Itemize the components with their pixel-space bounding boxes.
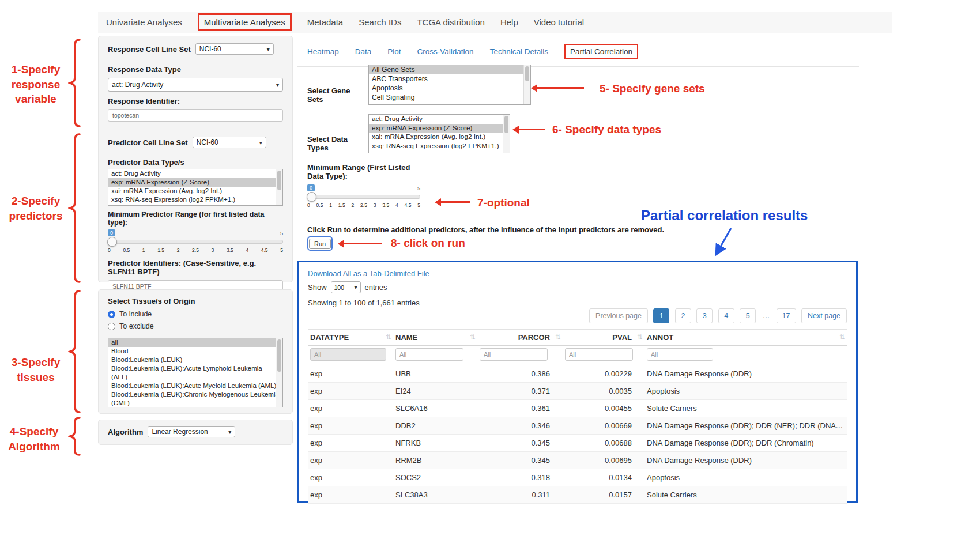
response-data-type-select[interactable]: act: Drug Activity ▾ — [108, 78, 283, 92]
tissue-listbox: all Blood Blood:Leukemia (LEUK) Blood:Le… — [108, 338, 283, 407]
previous-page-button[interactable]: Previous page — [589, 308, 648, 323]
slider-track[interactable] — [108, 240, 283, 244]
page-button-5[interactable]: 5 — [740, 308, 756, 323]
show-entries-select[interactable]: 100 ▾ — [331, 281, 361, 293]
scrollbar[interactable] — [503, 115, 510, 153]
response-cell-line-set-label: Response Cell Line Set — [108, 45, 191, 54]
predictor-cell-line-set-select[interactable]: NCI-60 ▾ — [193, 137, 266, 148]
nav-video-tutorial[interactable]: Video tutorial — [534, 17, 584, 27]
col-header-pval[interactable]: PVAL⇅ — [563, 330, 644, 346]
col-header-parcor[interactable]: PARCOR⇅ — [477, 330, 563, 346]
tab-data[interactable]: Data — [355, 47, 372, 56]
tissue-option[interactable]: Blood:Leukemia (LEUK):Acute Myeloid Leuk… — [108, 382, 282, 390]
predictor-data-type-option[interactable]: xai: mRNA Expression (Avg. log2 Int.) — [108, 187, 282, 195]
filter-annot-input[interactable] — [647, 348, 713, 361]
scrollbar-thumb[interactable] — [525, 66, 529, 81]
data-type-option[interactable]: act: Drug Activity — [369, 115, 510, 124]
scrollbar[interactable] — [276, 338, 282, 407]
sort-icon[interactable]: ⇅ — [386, 333, 391, 341]
run-instruction: Click Run to determine additional predic… — [307, 225, 664, 234]
algorithm-value: Linear Regression — [152, 428, 208, 436]
col-header-datatype[interactable]: DATATYPE⇅ — [308, 330, 393, 346]
tick-label: 2.5 — [360, 202, 367, 208]
tissue-option[interactable]: Blood:Leukemia (LEUK):Chronic Myelogenou… — [108, 390, 282, 407]
filter-datatype-input[interactable] — [310, 348, 386, 361]
nav-metadata[interactable]: Metadata — [307, 17, 344, 27]
tab-heatmap[interactable]: Heatmap — [307, 47, 339, 56]
scrollbar-thumb[interactable] — [504, 116, 508, 133]
sort-icon[interactable]: ⇅ — [470, 333, 476, 341]
slider-handle[interactable] — [107, 237, 117, 247]
slider-max-label: 5 — [280, 231, 283, 236]
table-row: expSLC6A16 0.3610.00455 Solute Carriers — [308, 400, 847, 417]
filter-parcor-input[interactable] — [480, 348, 548, 361]
tissue-option[interactable]: Blood:Leukemia (LEUK) — [108, 356, 282, 364]
page-button-4[interactable]: 4 — [718, 308, 734, 323]
filter-pval-input[interactable] — [565, 348, 633, 361]
tab-plot[interactable]: Plot — [387, 47, 401, 56]
slider-handle[interactable] — [307, 192, 316, 202]
sort-icon[interactable]: ⇅ — [637, 333, 643, 341]
slider-ticks: 0 0.5 1 1.5 2 2.5 3 3.5 4 4.5 5 — [108, 247, 283, 253]
tab-technical-details[interactable]: Technical Details — [490, 47, 548, 56]
nav-help[interactable]: Help — [500, 17, 518, 27]
slider-track[interactable] — [307, 195, 420, 199]
min-predictor-range-slider: 0 5 0 0.5 1 1.5 2 2.5 3 3.5 4 4.5 5 — [108, 229, 283, 253]
tissue-option-selected[interactable]: all — [108, 338, 282, 347]
predictor-data-type-option-selected[interactable]: exp: mRNA Expression (Z-Score) — [108, 178, 282, 187]
gene-set-option[interactable]: Apoptosis — [369, 84, 530, 93]
select-gene-sets-label: Select Gene Sets — [307, 86, 364, 105]
sidebar-response-predictor-panel: Response Cell Line Set NCI-60 ▾ Response… — [98, 36, 293, 282]
table-row: expEI24 0.3710.0035 Apoptosis — [308, 383, 847, 400]
tissue-option[interactable]: Blood — [108, 347, 282, 356]
data-type-option[interactable]: xsq: RNA-seq Expression (log2 FPKM+1.) — [369, 142, 510, 151]
run-button[interactable]: Run — [309, 239, 331, 249]
radio-to-exclude[interactable] — [108, 323, 115, 330]
page-button-2[interactable]: 2 — [675, 308, 691, 323]
predictor-data-type-option[interactable]: act: Drug Activity — [108, 169, 282, 178]
predictor-data-type-option[interactable]: xsq: RNA-seq Expression (log2 FPKM+1.) — [108, 195, 282, 204]
chevron-down-icon: ▾ — [355, 284, 357, 290]
gene-set-option-selected[interactable]: All Gene Sets — [369, 65, 530, 74]
tick-label: 1.5 — [157, 247, 164, 253]
page-button-17[interactable]: 17 — [777, 308, 796, 323]
data-type-option-selected[interactable]: exp: mRNA Expression (Z-Score) — [369, 124, 510, 133]
algorithm-select[interactable]: Linear Regression ▾ — [148, 426, 235, 437]
nav-multivariate-analyses[interactable]: Multivariate Analyses — [198, 13, 292, 31]
nav-search-ids[interactable]: Search IDs — [359, 17, 401, 27]
cellminercdb-page: Univariate Analyses Multivariate Analyse… — [0, 0, 980, 551]
nav-univariate-analyses[interactable]: Univariate Analyses — [106, 17, 182, 27]
data-type-option[interactable]: xai: mRNA Expression (Avg. log2 Int.) — [369, 133, 510, 142]
scrollbar[interactable] — [276, 169, 282, 205]
response-data-type-value: act: Drug Activity — [112, 81, 163, 89]
response-cell-line-set-select[interactable]: NCI-60 ▾ — [195, 43, 274, 55]
page-button-3[interactable]: 3 — [696, 308, 713, 323]
col-header-name[interactable]: NAME⇅ — [393, 330, 477, 346]
radio-to-include[interactable] — [108, 311, 115, 318]
annotation-arrow-gene-sets — [533, 87, 584, 89]
nav-tcga-distribution[interactable]: TCGA distribution — [417, 17, 485, 27]
page-button-1[interactable]: 1 — [653, 308, 669, 323]
scrollbar-thumb[interactable] — [277, 339, 281, 372]
annotation-arrow-optional — [437, 201, 470, 203]
partial-correlation-table: DATATYPE⇅ NAME⇅ PARCOR⇅ PVAL⇅ ANNOT⇅ exp… — [308, 329, 847, 504]
sort-icon[interactable]: ⇅ — [555, 333, 561, 341]
response-identifier-input[interactable] — [108, 109, 283, 122]
sort-icon[interactable]: ⇅ — [839, 333, 845, 341]
download-tab-delimited-link[interactable]: Download All as a Tab-Delimited File — [308, 269, 429, 278]
min-range-label-line2: Data Type): — [307, 172, 410, 180]
next-page-button[interactable]: Next page — [801, 308, 847, 323]
tab-partial-correlation[interactable]: Partial Correlation — [564, 44, 638, 59]
tissue-option[interactable]: Blood:Leukemia (LEUK):Acute Lymphoid Leu… — [108, 364, 282, 382]
table-row: expSLC38A3 0.3110.0157 Solute Carriers — [308, 486, 847, 504]
col-header-annot[interactable]: ANNOT⇅ — [644, 330, 847, 346]
filter-name-input[interactable] — [395, 348, 463, 361]
tab-cross-validation[interactable]: Cross-Validation — [417, 47, 474, 56]
table-row: expUBB 0.3860.00229 DNA Damage Response … — [308, 365, 847, 383]
select-data-types-label: Select Data Types — [307, 135, 364, 153]
chevron-down-icon: ▾ — [259, 139, 262, 146]
scrollbar-thumb[interactable] — [277, 171, 281, 190]
gene-set-option[interactable]: ABC Transporters — [369, 74, 530, 84]
tick-label: 5 — [280, 247, 283, 253]
gene-set-option[interactable]: Cell Signaling — [369, 93, 530, 102]
